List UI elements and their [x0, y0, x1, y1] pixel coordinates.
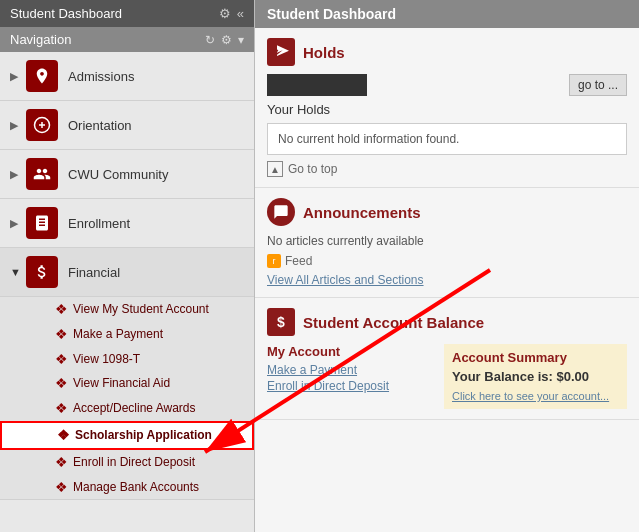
nav-arrow-icon[interactable]: ▾ [238, 33, 244, 47]
go-to-top-link[interactable]: ▲ Go to top [267, 161, 627, 177]
account-summary-col: Account Summary Your Balance is: $0.00 C… [444, 344, 627, 409]
account-title-bar: $ Student Account Balance [267, 308, 627, 336]
right-panel-title: Student Dashboard [267, 6, 396, 22]
make-a-payment-link[interactable]: Make a Payment [267, 363, 434, 377]
subitem-scholarship-application[interactable]: ❖ Scholarship Application [0, 421, 254, 450]
admissions-label: Admissions [68, 69, 134, 84]
financial-label: Financial [68, 265, 120, 280]
panel-title: Student Dashboard [10, 6, 122, 21]
rss-icon: r [267, 254, 281, 268]
financial-arrow: ▼ [10, 266, 22, 278]
subitem-view-1098-t[interactable]: ❖ View 1098-T [0, 347, 254, 372]
panel-header: Student Dashboard ⚙ « [0, 0, 254, 27]
announcements-section: Announcements No articles currently avai… [255, 188, 639, 298]
navigation-label: Navigation [10, 32, 71, 47]
subitem-view-my-student-account[interactable]: ❖ View My Student Account [0, 297, 254, 322]
go-to-button[interactable]: go to ... [569, 74, 627, 96]
admissions-icon [26, 60, 58, 92]
holds-row: go to ... [267, 74, 627, 96]
nav-items-list: ▶ Admissions ▶ Orientation ▶ [0, 52, 254, 532]
sidebar-item-cwu-community[interactable]: ▶ CWU Community [0, 150, 254, 199]
view-all-link[interactable]: View All Articles and Sections [267, 273, 424, 287]
announcements-icon [267, 198, 295, 226]
bullet-icon: ❖ [55, 400, 68, 417]
bullet-icon: ❖ [55, 351, 68, 368]
your-holds-label: Your Holds [267, 102, 627, 117]
balance-text: Your Balance is: $0.00 [452, 369, 619, 384]
subitem-view-financial-aid[interactable]: ❖ View Financial Aid [0, 371, 254, 396]
financial-subitems: ❖ View My Student Account ❖ Make a Payme… [0, 297, 254, 500]
subitem-make-a-payment[interactable]: ❖ Make a Payment [0, 322, 254, 347]
account-balance-icon: $ [267, 308, 295, 336]
holds-section: Holds go to ... Your Holds No current ho… [255, 28, 639, 188]
cwu-community-label: CWU Community [68, 167, 168, 182]
subitem-accept-decline-awards[interactable]: ❖ Accept/Decline Awards [0, 396, 254, 421]
subitem-label: View My Student Account [73, 301, 209, 318]
right-panel-header: Student Dashboard [255, 0, 639, 28]
subitem-manage-bank-accounts[interactable]: ❖ Manage Bank Accounts [0, 475, 254, 500]
sidebar-item-financial[interactable]: ▼ Financial [0, 248, 254, 297]
orientation-label: Orientation [68, 118, 132, 133]
bullet-icon: ❖ [55, 326, 68, 343]
orientation-arrow: ▶ [10, 119, 22, 132]
bullet-icon: ❖ [55, 454, 68, 471]
cwu-community-icon [26, 158, 58, 190]
bullet-icon: ❖ [55, 301, 68, 318]
financial-icon [26, 256, 58, 288]
subitem-label: Scholarship Application [75, 427, 212, 444]
enrollment-arrow: ▶ [10, 217, 22, 230]
right-panel: Student Dashboard Holds go to ... Your H… [255, 0, 639, 532]
subitem-label: Manage Bank Accounts [73, 479, 199, 496]
holds-id-box [267, 74, 367, 96]
go-to-top-label: Go to top [288, 162, 337, 176]
admissions-arrow: ▶ [10, 70, 22, 83]
subitem-label: View 1098-T [73, 351, 140, 368]
collapse-icon[interactable]: « [237, 6, 244, 21]
subitem-label: View Financial Aid [73, 375, 170, 392]
nav-settings-icon[interactable]: ⚙ [221, 33, 232, 47]
no-articles-message: No articles currently available [267, 234, 627, 248]
enrollment-icon [26, 207, 58, 239]
bullet-icon: ❖ [55, 479, 68, 496]
sidebar-item-orientation[interactable]: ▶ Orientation [0, 101, 254, 150]
subitem-label: Make a Payment [73, 326, 163, 343]
left-panel: Student Dashboard ⚙ « Navigation ↻ ⚙ ▾ ▶ [0, 0, 255, 532]
orientation-icon [26, 109, 58, 141]
holds-icon [267, 38, 295, 66]
account-balance-title: Student Account Balance [303, 314, 484, 331]
student-account-balance-section: $ Student Account Balance My Account Mak… [255, 298, 639, 420]
subitem-label: Enroll in Direct Deposit [73, 454, 195, 471]
nav-header: Navigation ↻ ⚙ ▾ [0, 27, 254, 52]
go-to-top-icon: ▲ [267, 161, 283, 177]
announcements-title-bar: Announcements [267, 198, 627, 226]
feed-label: Feed [285, 254, 312, 268]
holds-title-bar: Holds [267, 38, 627, 66]
no-holds-message: No current hold information found. [267, 123, 627, 155]
nav-header-icons: ↻ ⚙ ▾ [205, 33, 244, 47]
panel-header-icons: ⚙ « [219, 6, 244, 21]
my-account-col: My Account Make a Payment Enroll in Dire… [267, 344, 434, 409]
cwu-arrow: ▶ [10, 168, 22, 181]
announcements-feed: r Feed [267, 254, 627, 268]
sidebar-item-enrollment[interactable]: ▶ Enrollment [0, 199, 254, 248]
announcements-title: Announcements [303, 204, 421, 221]
click-here-link[interactable]: Click here to see your account... [452, 390, 609, 402]
holds-title: Holds [303, 44, 345, 61]
my-account-title: My Account [267, 344, 434, 359]
bullet-icon: ❖ [55, 375, 68, 392]
subitem-label: Accept/Decline Awards [73, 400, 196, 417]
subitem-enroll-in-direct-deposit[interactable]: ❖ Enroll in Direct Deposit [0, 450, 254, 475]
bullet-icon: ❖ [57, 427, 70, 444]
account-summary-title: Account Summary [452, 350, 619, 365]
enrollment-label: Enrollment [68, 216, 130, 231]
refresh-icon[interactable]: ↻ [205, 33, 215, 47]
account-columns: My Account Make a Payment Enroll in Dire… [267, 344, 627, 409]
sidebar-item-admissions[interactable]: ▶ Admissions [0, 52, 254, 101]
enroll-direct-deposit-link[interactable]: Enroll in Direct Deposit [267, 379, 434, 393]
settings-icon[interactable]: ⚙ [219, 6, 231, 21]
